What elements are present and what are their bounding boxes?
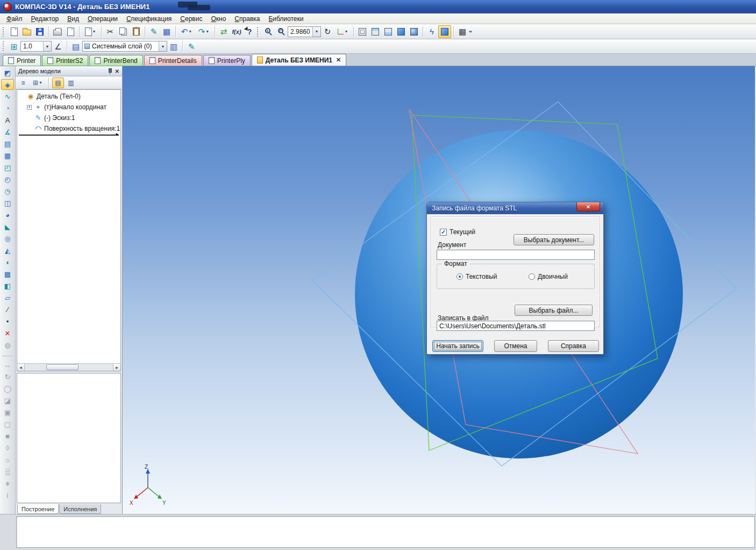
tab-printerply[interactable]: PrinterPly bbox=[203, 55, 251, 66]
select-file-button[interactable]: Выбрать файл... bbox=[515, 305, 593, 316]
new-document-button[interactable] bbox=[8, 25, 20, 38]
step-dropdown-button[interactable]: ▼ bbox=[43, 41, 51, 51]
rotate-view-icon[interactable]: ↻ bbox=[1, 371, 14, 382]
fillet-tool-icon[interactable]: ◕ bbox=[1, 209, 14, 220]
current-document-checkbox[interactable]: ✓ Текущий bbox=[440, 228, 475, 236]
help-button[interactable]: Справка bbox=[548, 340, 599, 352]
tree-item-label[interactable]: Поверхность вращения:1 bbox=[44, 125, 120, 132]
current-layer-combo[interactable]: Системный слой (0) ▼ bbox=[82, 41, 167, 52]
sweep-tool-icon[interactable]: ◷ bbox=[1, 186, 14, 196]
title-bar[interactable]: КОМПАС-3D V14 - Деталь БЕЗ ИМЕНИ1 bbox=[0, 0, 756, 13]
cancel-button[interactable]: Отмена bbox=[494, 340, 537, 352]
radio-unselected-icon[interactable] bbox=[529, 273, 535, 280]
close-tab-icon[interactable]: ✕ bbox=[335, 57, 341, 64]
specification-button[interactable]: ▦ bbox=[160, 25, 173, 38]
tab-printerbend[interactable]: PrinterBend bbox=[89, 55, 142, 66]
tab-printers2[interactable]: PrinterS2 bbox=[42, 55, 88, 66]
perspective-icon[interactable]: ◊ bbox=[1, 442, 14, 453]
format-binary-radio[interactable]: Двоичный bbox=[529, 273, 568, 280]
tree-item-part[interactable]: ◉ Деталь (Тел-0) bbox=[17, 91, 120, 102]
menu-item[interactable]: Окно bbox=[206, 14, 230, 24]
move-view-icon[interactable]: ↔ bbox=[1, 359, 14, 370]
message-area[interactable] bbox=[16, 516, 755, 548]
menu-item[interactable]: Спецификация bbox=[122, 14, 176, 24]
menu-item[interactable]: Редактор bbox=[27, 14, 63, 24]
toolbar-overflow-icon[interactable]: ▾▾ bbox=[469, 30, 472, 34]
tree-item-origin[interactable]: + ⌖ (т)Начало координат bbox=[17, 102, 120, 112]
model-tree[interactable]: ◉ Деталь (Тел-0) + ⌖ (т)Начало координат bbox=[17, 89, 121, 371]
shell-tool-icon[interactable]: ◖ bbox=[1, 257, 14, 267]
filter-objects-icon[interactable]: ◩ bbox=[1, 67, 14, 78]
snap-settings-button[interactable]: ⊞ bbox=[8, 40, 20, 53]
loft-tool-icon[interactable]: ◫ bbox=[1, 198, 14, 208]
context-help-button[interactable]: ? bbox=[243, 25, 256, 38]
dialog-title-bar[interactable]: Запись файла формата STL ✕ bbox=[427, 202, 603, 214]
tree-filter-button[interactable]: ⊞▼ bbox=[30, 77, 45, 88]
plane-tool-icon[interactable]: ▱ bbox=[1, 292, 14, 303]
shaded-wireframe-view-button[interactable] bbox=[408, 25, 420, 38]
zoom-dropdown-button[interactable]: ▼ bbox=[312, 27, 320, 37]
sketch-mode-button[interactable]: ✎ bbox=[185, 40, 198, 53]
tree-item-label[interactable]: Деталь (Тел-0) bbox=[37, 93, 81, 100]
wireframe-display-icon[interactable]: ▢ bbox=[1, 419, 14, 429]
shaded-display-icon[interactable]: ■ bbox=[1, 431, 14, 441]
hole-tool-icon[interactable]: ◎ bbox=[1, 233, 14, 244]
scrollbar-thumb[interactable] bbox=[46, 364, 79, 370]
point-tool-icon[interactable]: • bbox=[1, 316, 14, 327]
scroll-right-icon[interactable]: ▶ bbox=[113, 364, 120, 371]
extrude-tool-icon[interactable]: ◰ bbox=[1, 162, 14, 173]
edit-part-panel-icon[interactable]: ◈ bbox=[1, 79, 14, 90]
rib-tool-icon[interactable]: ◭ bbox=[1, 245, 14, 256]
current-step-combo[interactable]: 1.0 ▼ bbox=[20, 41, 52, 52]
settings-icon[interactable]: ∗ bbox=[1, 478, 14, 489]
radio-selected-icon[interactable] bbox=[457, 273, 463, 280]
dialog-close-button[interactable]: ✕ bbox=[576, 202, 600, 211]
simplified-display-toggle[interactable] bbox=[438, 25, 451, 38]
close-panel-icon[interactable]: ✕ bbox=[115, 68, 119, 74]
tab-printer[interactable]: Printer bbox=[3, 55, 41, 66]
copy-properties-button[interactable]: ✎ bbox=[147, 25, 160, 38]
section-view-icon[interactable]: ◪ bbox=[1, 395, 14, 406]
delete-tool-icon[interactable]: ✕ bbox=[1, 328, 14, 339]
start-recording-button[interactable]: Начать запись bbox=[432, 340, 483, 352]
step-value[interactable]: 1.0 bbox=[21, 43, 43, 50]
tree-tab-versions[interactable]: Исполнения bbox=[59, 504, 101, 514]
tree-view-document-button[interactable]: ▤ bbox=[52, 77, 64, 88]
layer-states-button[interactable]: ▤ bbox=[69, 40, 82, 53]
background-icon[interactable]: ▒ bbox=[1, 466, 14, 477]
spatial-curves-panel-icon[interactable]: ∿ bbox=[1, 91, 14, 102]
chamfer-tool-icon[interactable]: ◣ bbox=[1, 221, 14, 232]
current-zoom-combo[interactable]: 2.9860 ▼ bbox=[288, 26, 321, 37]
menu-item[interactable]: Справка bbox=[230, 14, 264, 24]
save-document-button[interactable] bbox=[33, 25, 46, 38]
orientation-button[interactable]: ▼ bbox=[334, 25, 351, 38]
scroll-left-icon[interactable]: ◀ bbox=[17, 364, 25, 371]
select-document-button[interactable]: Выбрать документ... bbox=[513, 234, 594, 245]
tree-item-revolution-surface[interactable]: ◠ Поверхность вращения:1 bbox=[17, 123, 120, 134]
model-viewport[interactable]: Z X Y Запись файла формата STL ✕ ✓ Текущ… bbox=[123, 66, 756, 514]
toolbar-grip[interactable] bbox=[3, 41, 5, 51]
lighting-icon[interactable]: ☼ bbox=[1, 454, 14, 465]
document-input[interactable] bbox=[437, 250, 595, 260]
angle-snap-button[interactable]: ∠ bbox=[52, 40, 65, 53]
cut-button[interactable]: ✂ bbox=[104, 25, 117, 38]
tab-detal-bez-imeni1[interactable]: Деталь БЕЗ ИМЕНИ1 ✕ bbox=[252, 54, 346, 66]
wireframe-view-button[interactable] bbox=[356, 25, 369, 38]
refresh-image-button[interactable]: ↻ bbox=[321, 25, 334, 38]
pin-icon[interactable] bbox=[106, 68, 112, 74]
layer-dropdown-button[interactable]: ▼ bbox=[159, 41, 167, 51]
zoom-window-button[interactable] bbox=[275, 25, 288, 38]
array-tool-icon[interactable]: ▩ bbox=[1, 269, 14, 279]
open-document-button[interactable] bbox=[20, 25, 33, 38]
info-icon[interactable]: i bbox=[1, 490, 14, 500]
layers-manager-button[interactable]: ▥ bbox=[167, 40, 180, 53]
menu-item[interactable]: Вид bbox=[63, 14, 83, 24]
redo-button[interactable]: ↷▼ bbox=[195, 25, 212, 38]
condition-display-icon[interactable]: ◍ bbox=[1, 340, 14, 350]
tab-printerdetails[interactable]: PrinterDetails bbox=[144, 55, 202, 66]
zoom-value[interactable]: 2.9860 bbox=[288, 28, 312, 36]
variables-button[interactable]: f(x) bbox=[230, 25, 243, 38]
axis-tool-icon[interactable]: ∕ bbox=[1, 304, 14, 315]
print-button[interactable] bbox=[51, 25, 64, 38]
mirror-tool-icon[interactable]: ◧ bbox=[1, 280, 14, 291]
